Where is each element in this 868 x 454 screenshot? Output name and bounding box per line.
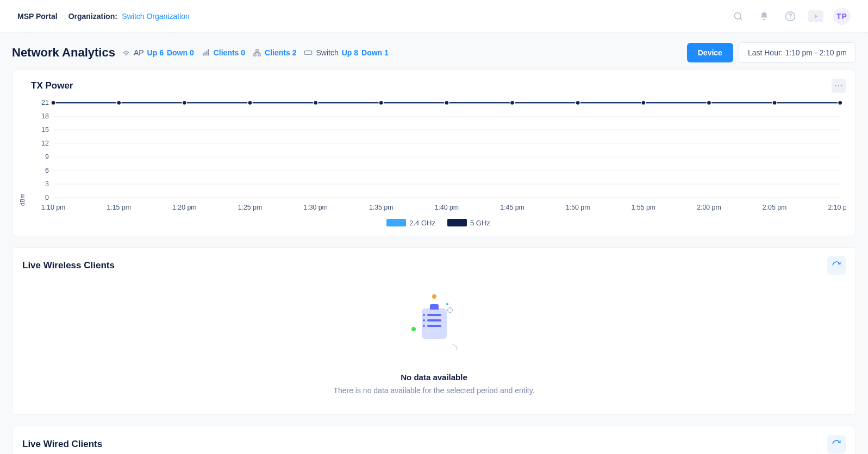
svg-rect-6	[204, 52, 205, 56]
tx-power-panel: TX Power ⋯ dBm 0369121518211:10 pm1:15 p…	[12, 70, 856, 236]
svg-point-54	[707, 100, 711, 105]
tx-power-header: TX Power ⋯	[31, 79, 846, 93]
timerange-button[interactable]: Last Hour: 1:10 pm - 2:10 pm	[739, 42, 856, 63]
bell-icon[interactable]	[756, 8, 772, 24]
live-wired-header: Live Wired Clients	[22, 435, 846, 453]
svg-text:2:00 pm: 2:00 pm	[697, 204, 721, 211]
stat-switch-up[interactable]: Up 8	[342, 48, 358, 57]
live-wired-title: Live Wired Clients	[22, 439, 102, 450]
org-group: Organization: Switch Organization	[68, 11, 190, 21]
svg-rect-9	[256, 49, 258, 52]
stat-switch-down[interactable]: Down 1	[361, 48, 389, 57]
svg-point-44	[51, 100, 55, 105]
org-label: Organization:	[68, 12, 117, 21]
stat-ap-up[interactable]: Up 6	[147, 48, 164, 57]
svg-text:1:20 pm: 1:20 pm	[172, 204, 197, 211]
page-title: Network Analytics	[12, 46, 115, 60]
svg-text:18: 18	[41, 112, 49, 120]
decoration-ring	[447, 307, 453, 313]
topbar: MSP Portal Organization: Switch Organiza…	[0, 0, 868, 33]
svg-text:21: 21	[41, 99, 49, 106]
svg-point-4	[126, 54, 126, 55]
svg-rect-12	[305, 51, 312, 55]
live-wireless-panel: Live Wireless Clients No data available …	[12, 247, 856, 415]
svg-text:1:15 pm: 1:15 pm	[107, 204, 131, 211]
stat-ap-label: AP	[134, 48, 144, 57]
switch-icon	[304, 48, 313, 57]
empty-subtitle: There is no data available for the selec…	[22, 386, 846, 395]
stat-switch-label: Switch	[316, 48, 338, 57]
svg-point-0	[734, 12, 741, 19]
svg-point-3	[790, 18, 791, 18]
stat-wireless-clients[interactable]: Clients 0	[202, 48, 245, 57]
stat-ap[interactable]: AP Up 6 Down 0	[122, 48, 194, 57]
svg-text:2:10 pm: 2:10 pm	[828, 204, 846, 211]
decoration-dot	[432, 294, 436, 299]
legend-item[interactable]: 5 GHz	[447, 219, 490, 227]
help-icon[interactable]	[782, 8, 798, 24]
panel-menu-icon[interactable]: ⋯	[832, 79, 846, 93]
svg-point-50	[445, 100, 449, 105]
svg-text:1:40 pm: 1:40 pm	[435, 204, 459, 211]
header-stats: AP Up 6 Down 0 Clients 0 Clients 2 Switc…	[122, 48, 389, 57]
stat-switch[interactable]: Switch Up 8 Down 1	[304, 48, 388, 57]
svg-rect-10	[254, 54, 256, 56]
svg-text:12: 12	[41, 140, 49, 147]
svg-point-49	[379, 100, 383, 105]
svg-point-45	[117, 100, 121, 105]
svg-text:1:10 pm: 1:10 pm	[41, 204, 66, 211]
svg-text:2:05 pm: 2:05 pm	[763, 204, 787, 211]
svg-point-48	[314, 100, 318, 105]
topbar-right: TP	[730, 8, 851, 25]
svg-point-46	[182, 100, 186, 105]
live-wired-panel: Live Wired Clients	[12, 426, 856, 454]
svg-text:1:25 pm: 1:25 pm	[238, 204, 263, 211]
chart-ylabel: dBm	[19, 193, 26, 206]
portal-name: MSP Portal	[17, 12, 58, 21]
stat-wireless-clients-label[interactable]: Clients 0	[214, 48, 245, 57]
tx-power-title: TX Power	[31, 80, 73, 91]
svg-rect-8	[208, 49, 209, 55]
device-button[interactable]: Device	[687, 43, 733, 62]
svg-rect-7	[206, 51, 207, 55]
svg-text:15: 15	[41, 126, 49, 134]
header-right: Device Last Hour: 1:10 pm - 2:10 pm	[687, 42, 856, 63]
svg-point-47	[248, 100, 252, 105]
svg-text:9: 9	[45, 153, 49, 161]
svg-text:1:50 pm: 1:50 pm	[566, 204, 590, 211]
refresh-icon[interactable]	[827, 435, 846, 453]
svg-text:1:55 pm: 1:55 pm	[632, 204, 656, 211]
stat-network-clients-label[interactable]: Clients 2	[265, 48, 296, 57]
search-icon[interactable]	[730, 8, 746, 24]
stat-ap-down[interactable]: Down 0	[167, 48, 194, 57]
svg-text:1:35 pm: 1:35 pm	[369, 204, 394, 211]
switch-organization-link[interactable]: Switch Organization	[122, 12, 190, 21]
wifi-icon	[122, 48, 130, 57]
wireless-empty-state: No data available There is no data avail…	[22, 275, 846, 406]
decoration-dot	[411, 327, 416, 331]
legend-item[interactable]: 2.4 GHz	[386, 219, 435, 227]
avatar[interactable]: TP	[833, 8, 851, 25]
clipboard-icon	[422, 308, 447, 339]
svg-text:0: 0	[45, 194, 49, 201]
svg-point-52	[576, 100, 580, 105]
svg-point-53	[641, 100, 646, 105]
live-wireless-header: Live Wireless Clients	[22, 256, 846, 275]
chart-svg: 0369121518211:10 pm1:15 pm1:20 pm1:25 pm…	[31, 97, 846, 215]
svg-text:3: 3	[45, 180, 49, 188]
topbar-left: MSP Portal Organization: Switch Organiza…	[17, 11, 190, 21]
decoration-squiggle	[451, 344, 458, 350]
network-icon	[253, 48, 261, 57]
svg-point-51	[510, 100, 514, 105]
svg-text:1:45 pm: 1:45 pm	[500, 204, 524, 211]
empty-illustration	[402, 291, 467, 356]
decoration-dot	[446, 303, 448, 305]
stat-network-clients[interactable]: Clients 2	[253, 48, 296, 57]
svg-rect-11	[258, 54, 260, 56]
svg-line-1	[740, 18, 742, 20]
empty-title: No data available	[22, 373, 846, 382]
refresh-icon[interactable]	[827, 256, 846, 275]
play-icon[interactable]	[808, 10, 823, 22]
svg-point-56	[838, 100, 842, 105]
svg-point-55	[772, 100, 777, 105]
